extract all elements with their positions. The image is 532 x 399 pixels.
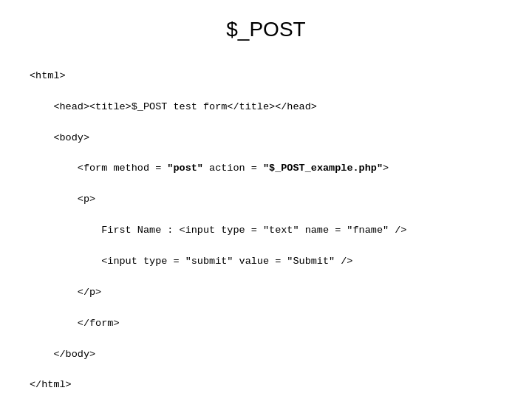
code-line-8: </p> xyxy=(30,287,101,298)
code-line-3: <body> xyxy=(30,132,89,143)
code-line-11: </html> xyxy=(30,379,72,390)
code-line-4-post: > xyxy=(383,163,389,174)
code-line-5: <p> xyxy=(30,194,95,205)
code-line-1: <html> xyxy=(30,70,66,81)
page-title: $_POST xyxy=(30,18,502,41)
code-line-2: <head><title>$_POST test form</title></h… xyxy=(30,101,317,112)
code-line-10: </body> xyxy=(30,349,95,360)
code-line-4-mid: action = xyxy=(203,163,263,174)
html-code-block: <html> <head><title>$_POST test form</ti… xyxy=(30,53,502,393)
code-line-4-bold2: "$_POST_example.php" xyxy=(263,163,383,174)
code-line-7: <input type = "submit" value = "Submit" … xyxy=(30,256,352,267)
code-line-9: </form> xyxy=(30,318,120,329)
code-line-4-bold1: "post" xyxy=(167,163,203,174)
code-line-6: First Name : <input type = "text" name =… xyxy=(30,225,406,236)
code-line-4-pre: <form method = xyxy=(30,163,167,174)
